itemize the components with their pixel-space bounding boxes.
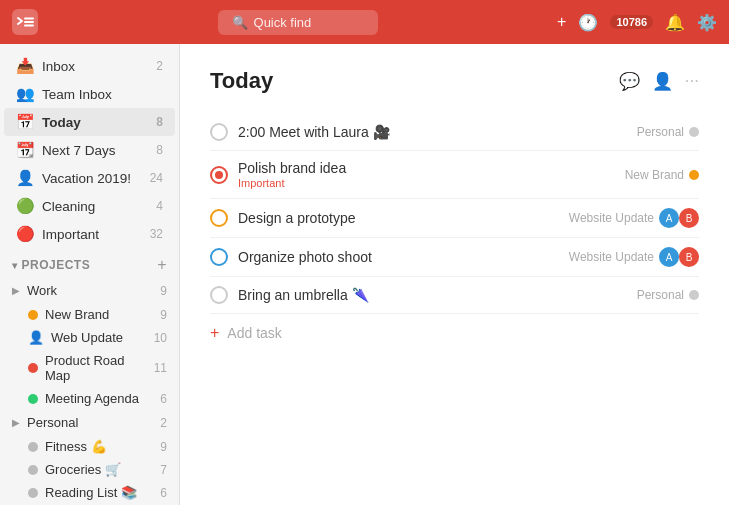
projects-add-button[interactable]: + xyxy=(157,256,167,274)
add-task-button[interactable]: + Add task xyxy=(210,314,699,352)
task-tags-4: Website Update A B xyxy=(569,247,699,267)
task-tag-label-4: Website Update xyxy=(569,250,654,264)
main-header: Today 💬 👤 ··· xyxy=(210,68,699,94)
app-logo xyxy=(12,9,38,35)
today-label: Today xyxy=(42,115,81,130)
topbar: 🔍 Quick find + 🕐 10786 🔔 ⚙️ xyxy=(0,0,729,44)
team-inbox-label: Team Inbox xyxy=(42,87,112,102)
task-avatar-3a: A xyxy=(659,208,679,228)
topbar-left xyxy=(12,9,38,35)
sidebar-group-personal[interactable]: ▶ Personal 2 xyxy=(0,410,179,435)
vacation-icon: 👤 xyxy=(16,169,34,187)
sidebar-item-vacation[interactable]: 👤 Vacation 2019! 24 xyxy=(4,164,175,192)
search-bar[interactable]: 🔍 Quick find xyxy=(218,10,378,35)
cleaning-count: 4 xyxy=(156,199,163,213)
bell-icon[interactable]: 🔔 xyxy=(665,13,685,32)
projects-chevron[interactable]: ▾ xyxy=(12,260,18,271)
karma-count: 10786 xyxy=(610,15,653,29)
reading-list-dot xyxy=(28,488,38,498)
comment-icon[interactable]: 💬 xyxy=(619,71,640,92)
task-avatar-4b: B xyxy=(679,247,699,267)
tag-dot-5 xyxy=(689,290,699,300)
search-label: Quick find xyxy=(254,15,312,30)
work-count: 9 xyxy=(160,284,167,298)
task-checkbox-5[interactable] xyxy=(210,286,228,304)
next7-count: 8 xyxy=(156,143,163,157)
sidebar-item-inbox[interactable]: 📥 Inbox 2 xyxy=(4,52,175,80)
table-row: Bring an umbrella 🌂 Personal xyxy=(210,277,699,314)
layout: 📥 Inbox 2 👥 Team Inbox 📅 Today 8 📆 Next … xyxy=(0,44,729,505)
task-checkbox-3[interactable] xyxy=(210,209,228,227)
inbox-count: 2 xyxy=(156,59,163,73)
reading-list-count: 6 xyxy=(160,486,167,500)
projects-label: Projects xyxy=(22,258,91,272)
task-tags-1: Personal xyxy=(637,125,699,139)
sidebar-item-new-brand[interactable]: New Brand 9 xyxy=(0,303,179,326)
share-icon[interactable]: 👤 xyxy=(652,71,673,92)
work-label: Work xyxy=(27,283,57,298)
sidebar-item-web-update[interactable]: 👤 Web Update 10 xyxy=(0,326,179,349)
task-tag-label-2: New Brand xyxy=(625,168,684,182)
meeting-agenda-label: Meeting Agenda xyxy=(45,391,139,406)
topbar-right: + 🕐 10786 🔔 ⚙️ xyxy=(557,13,717,32)
personal-label: Personal xyxy=(27,415,78,430)
main-actions: 💬 👤 ··· xyxy=(619,71,699,92)
sidebar-item-important[interactable]: 🔴 Important 32 xyxy=(4,220,175,248)
cleaning-icon: 🟢 xyxy=(16,197,34,215)
task-sub-2: Important xyxy=(238,177,615,189)
sidebar-item-fitness[interactable]: Fitness 💪 9 xyxy=(0,435,179,458)
today-icon: 📅 xyxy=(16,113,34,131)
important-label: Important xyxy=(42,227,99,242)
sidebar-item-groceries[interactable]: Groceries 🛒 7 xyxy=(0,458,179,481)
sidebar-item-product-roadmap[interactable]: Product Road Map 11 xyxy=(0,349,179,387)
product-roadmap-label: Product Road Map xyxy=(45,353,147,383)
fitness-label: Fitness 💪 xyxy=(45,439,107,454)
task-tags-5: Personal xyxy=(637,288,699,302)
page-title: Today xyxy=(210,68,619,94)
task-checkbox-2[interactable] xyxy=(210,166,228,184)
gear-icon[interactable]: ⚙️ xyxy=(697,13,717,32)
table-row: Organize photo shoot Website Update A B xyxy=(210,238,699,277)
task-tag-label-1: Personal xyxy=(637,125,684,139)
task-text-4: Organize photo shoot xyxy=(238,249,559,265)
sidebar: 📥 Inbox 2 👥 Team Inbox 📅 Today 8 📆 Next … xyxy=(0,44,180,505)
important-icon: 🔴 xyxy=(16,225,34,243)
next7-icon: 📆 xyxy=(16,141,34,159)
inbox-icon: 📥 xyxy=(16,57,34,75)
task-text-5: Bring an umbrella 🌂 xyxy=(238,287,627,303)
meeting-agenda-count: 6 xyxy=(160,392,167,406)
sidebar-item-next7[interactable]: 📆 Next 7 Days 8 xyxy=(4,136,175,164)
sidebar-group-work[interactable]: ▶ Work 9 xyxy=(0,278,179,303)
add-task-icon: + xyxy=(210,324,219,342)
team-inbox-icon: 👥 xyxy=(16,85,34,103)
task-checkbox-4[interactable] xyxy=(210,248,228,266)
vacation-label: Vacation 2019! xyxy=(42,171,131,186)
sidebar-item-cleaning[interactable]: 🟢 Cleaning 4 xyxy=(4,192,175,220)
groceries-label: Groceries 🛒 xyxy=(45,462,121,477)
tag-dot-2 xyxy=(689,170,699,180)
add-icon[interactable]: + xyxy=(557,13,566,31)
work-chevron: ▶ xyxy=(12,285,20,296)
task-tags-2: New Brand xyxy=(625,168,699,182)
fitness-count: 9 xyxy=(160,440,167,454)
sidebar-item-today[interactable]: 📅 Today 8 xyxy=(4,108,175,136)
task-text-1: 2:00 Meet with Laura 🎥 xyxy=(238,124,627,140)
task-tag-label-5: Personal xyxy=(637,288,684,302)
sidebar-item-reading-list[interactable]: Reading List 📚 6 xyxy=(0,481,179,504)
clock-icon[interactable]: 🕐 xyxy=(578,13,598,32)
main-content: Today 💬 👤 ··· 2:00 Meet with Laura 🎥 Per… xyxy=(180,44,729,505)
task-checkbox-1[interactable] xyxy=(210,123,228,141)
projects-section-header: ▾ Projects + xyxy=(0,248,179,278)
groceries-dot xyxy=(28,465,38,475)
web-update-count: 10 xyxy=(154,331,167,345)
personal-count: 2 xyxy=(160,416,167,430)
task-tag-label-3: Website Update xyxy=(569,211,654,225)
sidebar-item-team-inbox[interactable]: 👥 Team Inbox xyxy=(4,80,175,108)
tag-dot-1 xyxy=(689,127,699,137)
add-task-label: Add task xyxy=(227,325,281,341)
more-icon[interactable]: ··· xyxy=(685,71,699,91)
sidebar-item-meeting-agenda[interactable]: Meeting Agenda 6 xyxy=(0,387,179,410)
inbox-label: Inbox xyxy=(42,59,75,74)
important-count: 32 xyxy=(150,227,163,241)
task-tags-3: Website Update A B xyxy=(569,208,699,228)
